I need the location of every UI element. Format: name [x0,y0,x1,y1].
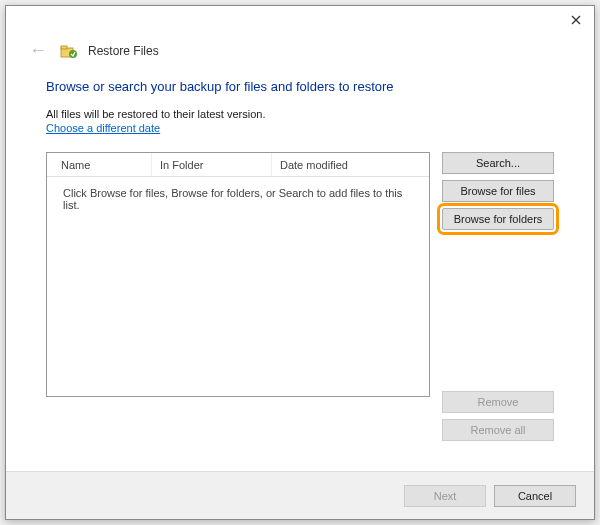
footer: Next Cancel [6,471,594,519]
browse-for-files-button[interactable]: Browse for files [442,180,554,202]
browse-for-folders-button[interactable]: Browse for folders [442,208,554,230]
next-button: Next [404,485,486,507]
column-in-folder[interactable]: In Folder [152,153,272,176]
side-buttons: Search... Browse for files Browse for fo… [442,152,554,441]
restore-files-icon [60,42,78,60]
remove-button: Remove [442,391,554,413]
close-button[interactable] [558,6,594,34]
search-button[interactable]: Search... [442,152,554,174]
close-icon [571,12,581,28]
header-row: ← Restore Files [6,40,594,71]
content-area: Browse or search your backup for files a… [6,71,594,441]
back-arrow-icon: ← [26,40,50,61]
mid-area: Name In Folder Date modified Click Brows… [46,152,554,441]
cancel-button[interactable]: Cancel [494,485,576,507]
empty-list-message: Click Browse for files, Browse for folde… [63,187,413,211]
column-date-modified[interactable]: Date modified [272,153,429,176]
titlebar [6,6,594,40]
window-title: Restore Files [88,44,159,58]
spacer [442,236,554,385]
info-text: All files will be restored to their late… [46,108,554,120]
main-heading: Browse or search your backup for files a… [46,79,554,94]
list-body: Click Browse for files, Browse for folde… [47,177,429,396]
column-name[interactable]: Name [47,153,152,176]
remove-all-button: Remove all [442,419,554,441]
file-list-panel[interactable]: Name In Folder Date modified Click Brows… [46,152,430,397]
restore-files-dialog: ← Restore Files Browse or search your ba… [5,5,595,520]
choose-date-link[interactable]: Choose a different date [46,122,554,134]
svg-rect-3 [61,46,67,49]
list-header: Name In Folder Date modified [47,153,429,177]
